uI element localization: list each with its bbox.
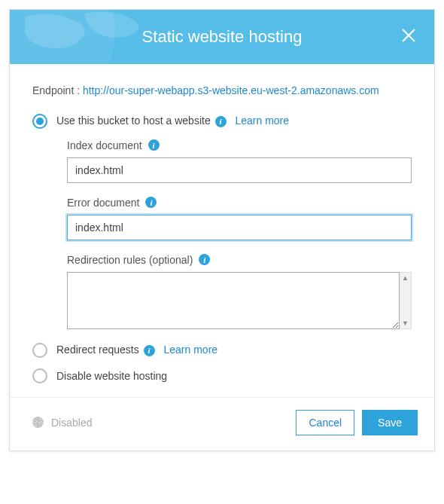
error-document-input[interactable] bbox=[67, 215, 412, 240]
info-icon[interactable]: i bbox=[148, 139, 160, 151]
index-document-label: Index document bbox=[67, 139, 142, 151]
modal-body: Endpoint : http://our-super-webapp.s3-we… bbox=[10, 64, 434, 397]
redirect-rules-label-row: Redirection rules (optional) i bbox=[67, 254, 412, 266]
status-indicator: Disabled bbox=[32, 417, 92, 429]
status-text: Disabled bbox=[51, 417, 92, 429]
modal-header: Static website hosting bbox=[10, 10, 434, 64]
error-document-label: Error document bbox=[67, 197, 139, 209]
error-document-label-row: Error document i bbox=[67, 197, 412, 209]
scroll-up-icon: ▲ bbox=[400, 273, 411, 283]
close-button[interactable] bbox=[400, 26, 419, 46]
endpoint-label: Endpoint : bbox=[32, 84, 83, 96]
save-button[interactable]: Save bbox=[362, 410, 418, 435]
endpoint-row: Endpoint : http://our-super-webapp.s3-we… bbox=[32, 84, 412, 99]
footer-buttons: Cancel Save bbox=[296, 410, 418, 435]
modal-title: Static website hosting bbox=[142, 27, 303, 47]
modal-footer: Disabled Cancel Save bbox=[10, 397, 434, 451]
cancel-button[interactable]: Cancel bbox=[296, 410, 354, 435]
info-icon[interactable]: i bbox=[199, 254, 210, 265]
redirect-rules-label: Redirection rules (optional) bbox=[67, 254, 193, 266]
radio-dot-icon bbox=[36, 118, 44, 125]
option-redirect-label-wrap: Redirect requests i Learn more bbox=[56, 344, 217, 356]
info-icon[interactable]: i bbox=[145, 197, 157, 208]
redirect-rules-wrap: ▲ ▼ bbox=[67, 272, 412, 329]
learn-more-link[interactable]: Learn more bbox=[164, 344, 218, 356]
scroll-down-icon: ▼ bbox=[400, 318, 411, 328]
host-website-fields: Index document i Error document i Redire… bbox=[67, 139, 412, 329]
radio-redirect-requests[interactable] bbox=[32, 343, 47, 358]
option-host-label: Use this bucket to host a website bbox=[56, 115, 211, 127]
endpoint-link[interactable]: http://our-super-webapp.s3-website.eu-we… bbox=[83, 84, 379, 96]
option-redirect-requests: Redirect requests i Learn more bbox=[32, 343, 412, 358]
option-host-website: Use this bucket to host a website i Lear… bbox=[32, 114, 412, 129]
redirect-rules-textarea[interactable] bbox=[67, 272, 400, 329]
info-icon[interactable]: i bbox=[215, 116, 227, 127]
info-icon[interactable]: i bbox=[144, 345, 155, 356]
static-website-hosting-modal: Static website hosting Endpoint : http:/… bbox=[9, 9, 435, 451]
option-disable-label: Disable website hosting bbox=[56, 370, 167, 382]
option-disable-hosting: Disable website hosting bbox=[32, 368, 412, 383]
option-host-label-wrap: Use this bucket to host a website i Lear… bbox=[56, 115, 289, 127]
option-redirect-label: Redirect requests bbox=[56, 344, 139, 356]
status-dot-icon bbox=[32, 417, 44, 428]
textarea-scrollbar[interactable]: ▲ ▼ bbox=[400, 272, 412, 329]
radio-host-website[interactable] bbox=[32, 114, 47, 129]
index-document-label-row: Index document i bbox=[67, 139, 412, 151]
learn-more-link[interactable]: Learn more bbox=[235, 115, 289, 127]
radio-disable-hosting[interactable] bbox=[32, 368, 47, 383]
index-document-input[interactable] bbox=[67, 157, 412, 183]
close-icon bbox=[400, 26, 418, 44]
